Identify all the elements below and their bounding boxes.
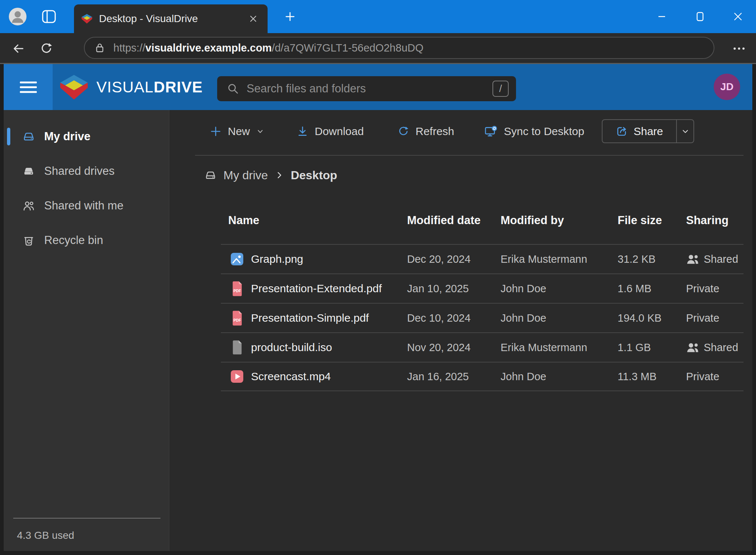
file-name: product-build.iso	[251, 341, 332, 354]
content-area: My drive Shared drives Shared with me	[4, 110, 752, 551]
share-button[interactable]: Share	[603, 120, 676, 142]
sidebar-item-shared-with-me[interactable]: Shared with me	[4, 197, 169, 215]
url-host: visualdrive.example.com	[145, 42, 272, 54]
file-row-presentation-simple-pdf[interactable]: PDF Presentation-Simple.pdf Dec 10, 2024…	[221, 303, 743, 332]
active-indicator	[7, 128, 10, 145]
sharing-label: Private	[686, 283, 719, 295]
file-size: 194.0 KB	[618, 312, 661, 324]
download-button[interactable]: Download	[297, 119, 364, 143]
sidebar-item-shared-drives[interactable]: Shared drives	[4, 162, 169, 180]
refresh-button[interactable]: Refresh	[398, 119, 454, 143]
sharing-label: Shared	[704, 342, 738, 354]
chevron-right-icon	[275, 170, 284, 180]
column-header-file-size[interactable]: File size	[618, 214, 662, 227]
main-panel: New Download Refresh	[169, 110, 752, 551]
file-modified-by: John Doe	[501, 371, 546, 383]
sidebar-item-my-drive[interactable]: My drive	[4, 128, 169, 145]
file-modified-date: Jan 10, 2025	[407, 283, 469, 295]
svg-text:PDF: PDF	[233, 318, 241, 322]
search-icon	[227, 82, 239, 95]
sidebar-item-recycle-bin[interactable]: Recycle bin	[4, 231, 169, 249]
toolbar-divider	[195, 155, 743, 156]
new-button-label: New	[228, 125, 250, 138]
browser-url-row: https://visualdrive.example.com/d/a7QWi7…	[0, 33, 756, 64]
recycle-bin-icon	[22, 234, 35, 247]
workspaces-icon[interactable]	[41, 9, 57, 24]
hamburger-menu-icon[interactable]	[4, 64, 53, 110]
reload-icon[interactable]	[38, 40, 54, 57]
share-dropdown-button[interactable]	[676, 120, 693, 142]
browser-menu-icon[interactable]	[730, 40, 748, 57]
brand-first: VISUAL	[96, 78, 153, 96]
visualdrive-page: VISUALDRIVE / JD My drive	[4, 64, 752, 551]
person-icon	[9, 8, 27, 25]
file-size: 31.2 KB	[618, 253, 656, 265]
file-modified-date: Jan 16, 2025	[407, 371, 469, 383]
file-modified-by: Erika Mustermann	[501, 342, 587, 354]
chevron-down-icon	[256, 127, 264, 135]
file-modified-by: John Doe	[501, 312, 546, 324]
drive-icon	[22, 130, 35, 143]
url-text: https://visualdrive.example.com/d/a7QWi7…	[113, 42, 424, 54]
user-avatar[interactable]: JD	[714, 74, 740, 100]
file-row-screencast-mp4[interactable]: Screencast.mp4 Jan 16, 2025 John Doe 11.…	[221, 362, 743, 391]
file-size: 11.3 MB	[618, 371, 657, 383]
file-sharing: Private	[686, 283, 719, 295]
file-name: Graph.png	[251, 253, 303, 265]
brand-wordmark: VISUALDRIVE	[96, 64, 203, 110]
address-bar[interactable]: https://visualdrive.example.com/d/a7QWi7…	[84, 37, 714, 59]
sidebar-divider	[13, 518, 160, 519]
sharing-label: Shared	[704, 253, 738, 265]
file-row-graph-png[interactable]: Graph.png Dec 20, 2024 Erika Mustermann …	[221, 244, 743, 273]
browser-tab[interactable]: Desktop - VisualDrive	[74, 4, 268, 33]
search-box[interactable]: /	[217, 76, 516, 101]
sync-to-desktop-button[interactable]: Sync to Desktop	[484, 119, 584, 143]
sidebar-item-label: Recycle bin	[44, 234, 103, 247]
url-scheme: https://	[113, 42, 145, 54]
breadcrumb-root[interactable]: My drive	[223, 169, 268, 182]
sharing-label: Private	[686, 371, 719, 383]
lock-icon	[94, 42, 105, 54]
file-sharing: Shared	[686, 253, 738, 265]
people-icon	[22, 199, 35, 212]
file-name: Presentation-Extended.pdf	[251, 282, 382, 295]
new-tab-icon[interactable]	[283, 9, 297, 24]
visualdrive-favicon-icon	[81, 13, 92, 24]
url-path: /d/a7QWi7GLT1-56edO2h8uDQ	[272, 42, 423, 54]
back-icon[interactable]	[10, 40, 27, 57]
column-header-name[interactable]: Name	[228, 214, 259, 227]
sync-button-label: Sync to Desktop	[504, 125, 584, 138]
file-name: Presentation-Simple.pdf	[251, 312, 369, 324]
search-input[interactable]	[247, 82, 492, 95]
window-close-icon[interactable]	[728, 0, 748, 33]
browser-titlebar: Desktop - VisualDrive	[0, 0, 756, 33]
storage-usage: 4.3 GB used	[17, 530, 74, 541]
tab-title: Desktop - VisualDrive	[99, 13, 246, 25]
file-sharing: Private	[686, 312, 719, 324]
video-file-icon	[230, 368, 244, 385]
window-minimize-icon[interactable]	[651, 0, 672, 33]
share-split-button: Share	[602, 119, 694, 143]
generic-file-icon	[230, 339, 244, 356]
window-maximize-icon[interactable]	[690, 0, 710, 33]
chevron-down-icon	[681, 127, 690, 136]
file-row-product-build-iso[interactable]: product-build.iso Nov 20, 2024 Erika Mus…	[221, 332, 743, 362]
file-size: 1.1 GB	[618, 342, 651, 354]
refresh-button-label: Refresh	[416, 125, 454, 138]
column-header-modified-date[interactable]: Modified date	[407, 214, 481, 227]
breadcrumb-current: Desktop	[291, 169, 337, 182]
file-modified-date: Dec 20, 2024	[407, 253, 471, 265]
sidebar-item-label: Shared with me	[44, 199, 123, 212]
sharing-label: Private	[686, 312, 719, 324]
share-button-label: Share	[633, 125, 663, 138]
file-name: Screencast.mp4	[251, 370, 331, 383]
browser-profile-avatar[interactable]	[9, 8, 27, 25]
column-header-sharing[interactable]: Sharing	[686, 214, 728, 227]
shared-drives-icon	[22, 165, 35, 178]
shared-people-icon	[686, 342, 699, 353]
column-header-modified-by[interactable]: Modified by	[501, 214, 564, 227]
search-shortcut-badge: /	[492, 81, 509, 97]
tab-close-icon[interactable]	[246, 12, 260, 26]
new-button[interactable]: New	[210, 119, 264, 143]
file-row-presentation-extended-pdf[interactable]: PDF Presentation-Extended.pdf Jan 10, 20…	[221, 273, 743, 303]
